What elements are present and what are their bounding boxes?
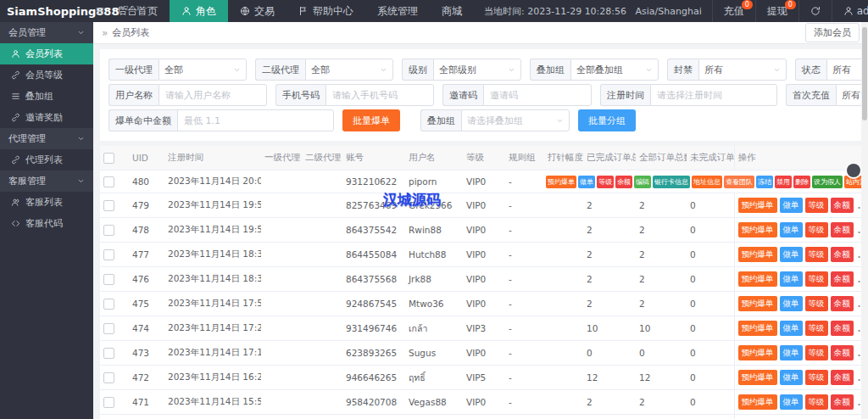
reserve-burst-button[interactable]: 预约爆单 [546, 176, 576, 188]
balance-button[interactable]: 余额 [831, 271, 854, 287]
nav-item-system[interactable]: 系统管理 [365, 0, 430, 22]
set-level-button[interactable]: 等级 [805, 271, 828, 287]
batch-group-button[interactable]: 批量分组 [578, 109, 636, 131]
page-scrollbar[interactable] [861, 22, 868, 419]
balance-button[interactable]: 余额 [615, 176, 632, 188]
set-level-button[interactable]: 等级 [805, 394, 828, 410]
set-level-button[interactable]: 等级 [805, 370, 828, 385]
row-checkbox[interactable] [103, 249, 114, 260]
filter-ban-select[interactable]: 所有 [698, 59, 787, 81]
balance-button[interactable]: 余额 [831, 222, 854, 237]
balance-button[interactable]: 余额 [831, 247, 854, 262]
user-menu[interactable]: admin [832, 0, 868, 22]
nav-item-mall[interactable]: 商城 [430, 0, 474, 22]
row-checkbox[interactable] [103, 348, 114, 359]
disable-button[interactable]: 禁用 [775, 176, 792, 188]
reserve-burst-button[interactable]: 预约爆单 [738, 345, 777, 360]
make-order-button[interactable]: 做单 [780, 394, 803, 410]
nav-item-home[interactable]: 后台首页 [105, 0, 170, 22]
row-checkbox[interactable] [103, 299, 114, 310]
sidebar-item-invite-reward[interactable]: 邀请奖励 [0, 107, 93, 128]
burst-amount-input[interactable] [177, 109, 334, 131]
sidebar-item-member-list[interactable]: 会员列表 [0, 43, 93, 64]
app-logo[interactable]: SiamShopping888 V2.2.1 [0, 0, 95, 22]
row-checkbox[interactable] [103, 397, 114, 408]
set-level-button[interactable]: 等级 [805, 247, 828, 262]
row-checkbox[interactable] [103, 274, 114, 285]
nav-item-roles[interactable]: 角色 [170, 0, 228, 22]
make-order-button[interactable]: 做单 [780, 247, 803, 262]
filter-stack-group-select[interactable]: 全部叠加组 [570, 59, 659, 81]
set-level-button[interactable]: 等级 [805, 198, 828, 213]
set-fake-user-button[interactable]: 设为假人 [812, 176, 843, 188]
make-order-button[interactable]: 做单 [780, 198, 803, 213]
filter-agent1-select[interactable]: 全部 [159, 59, 247, 81]
reserve-burst-button[interactable]: 预约爆单 [738, 271, 777, 287]
balance-button[interactable]: 余额 [831, 198, 854, 213]
bank-card-info-button[interactable]: 银行卡信息 [653, 176, 690, 188]
sidebar-item-stack-group[interactable]: 叠加组 [0, 86, 93, 107]
balance-button[interactable]: 余额 [831, 370, 854, 385]
chevron-down-icon [77, 29, 85, 36]
withdraw-button[interactable]: 提现 0 [755, 0, 798, 22]
reserve-burst-button[interactable]: 预约爆单 [738, 394, 777, 410]
set-level-button[interactable]: 等级 [597, 176, 614, 188]
balance-button[interactable]: 余额 [831, 296, 854, 311]
nav-item-help-center[interactable]: 帮助中心 [287, 0, 365, 22]
batch-group-select[interactable]: 请选择叠加组 [461, 109, 570, 131]
sidebar-item-service-list[interactable]: 客服列表 [0, 192, 93, 213]
filter-register-time-input[interactable] [650, 84, 777, 106]
make-order-button[interactable]: 做单 [780, 370, 803, 385]
reserve-burst-button[interactable]: 预约爆单 [738, 222, 777, 237]
select-all-checkbox[interactable] [103, 153, 114, 164]
make-order-button[interactable]: 做单 [780, 296, 803, 311]
row-checkbox[interactable] [103, 372, 114, 383]
sidebar-group-agent-mgmt[interactable]: 代理管理 [0, 128, 93, 149]
make-order-button[interactable]: 做单 [578, 176, 595, 188]
row-checkbox[interactable] [103, 200, 114, 211]
view-team-button[interactable]: 查看团队 [724, 176, 754, 188]
sidebar-item-agent-list[interactable]: 代理列表 [0, 149, 93, 170]
set-level-button[interactable]: 等级 [805, 222, 828, 237]
reserve-burst-button[interactable]: 预约爆单 [738, 370, 777, 385]
balance-button[interactable]: 余额 [831, 345, 854, 360]
edit-button[interactable]: 编辑 [634, 176, 651, 188]
balance-button[interactable]: 余额 [831, 321, 854, 336]
make-order-button[interactable]: 做单 [780, 345, 803, 360]
recharge-button[interactable]: 充值 0 [712, 0, 755, 22]
row-checkbox[interactable] [103, 225, 114, 236]
set-level-button[interactable]: 等级 [805, 345, 828, 360]
sidebar-group-member-mgmt[interactable]: 会员管理 [0, 22, 93, 43]
reserve-burst-button[interactable]: 预约爆单 [738, 321, 777, 336]
filter-phone-input[interactable] [326, 84, 434, 106]
filter-agent2-select[interactable]: 全部 [305, 59, 393, 81]
reserve-burst-button[interactable]: 预约爆单 [738, 247, 777, 262]
filter-level-select[interactable]: 全部级别 [433, 59, 521, 81]
balance-button[interactable]: 余额 [831, 394, 854, 410]
sidebar-item-service-code[interactable]: 客服代码 [0, 213, 93, 234]
row-checkbox[interactable] [103, 323, 114, 334]
filter-invite-code-input[interactable] [483, 84, 592, 106]
sidebar-toggle-icon[interactable] [95, 0, 105, 22]
delete-button[interactable]: 删除 [793, 176, 810, 188]
address-info-button[interactable]: 地址信息 [692, 176, 722, 188]
set-level-button[interactable]: 等级 [805, 296, 828, 311]
refresh-button[interactable] [798, 0, 832, 22]
set-level-button[interactable]: 等级 [805, 321, 828, 336]
freeze-button[interactable]: 冻结 [756, 176, 773, 188]
scrollbar-thumb[interactable] [862, 27, 867, 120]
reserve-burst-button[interactable]: 预约爆单 [738, 296, 777, 311]
column-header: 规则组 [505, 146, 544, 170]
reserve-burst-button[interactable]: 预约爆单 [738, 198, 777, 213]
sidebar-item-member-level[interactable]: 会员等级 [0, 64, 93, 86]
make-order-button[interactable]: 做单 [780, 222, 803, 237]
row-checkbox[interactable] [103, 176, 114, 187]
add-member-button[interactable]: 添加会员 [805, 23, 860, 42]
make-order-button[interactable]: 做单 [780, 271, 803, 287]
batch-burst-button[interactable]: 批量爆单 [342, 109, 400, 131]
nav-item-trade[interactable]: 交易 [228, 0, 287, 22]
make-order-button[interactable]: 做单 [780, 321, 803, 336]
sidebar-group-service-mgmt[interactable]: 客服管理 [0, 170, 93, 192]
close-actions-icon[interactable] [847, 164, 860, 177]
filter-username-input[interactable] [159, 84, 267, 106]
